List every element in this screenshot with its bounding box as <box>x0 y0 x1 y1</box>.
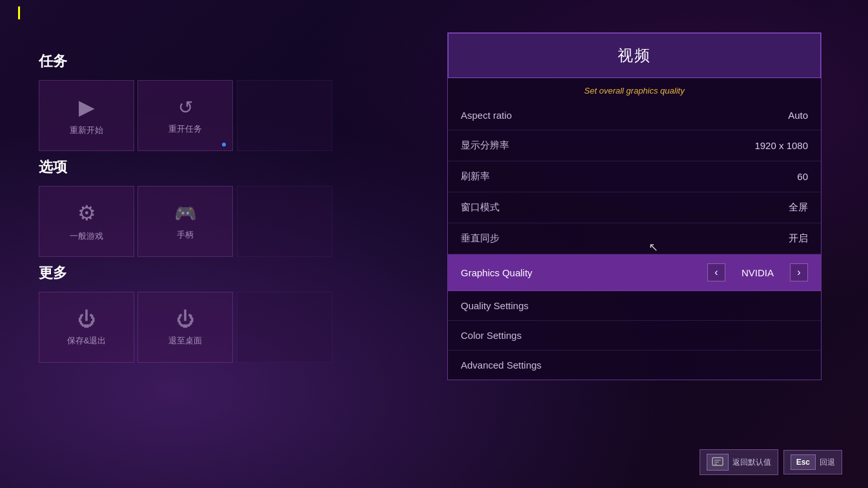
cursor-line <box>18 6 20 19</box>
setting-value-refresh-rate: 60 <box>618 161 821 192</box>
setting-label-aspect-ratio: Aspect ratio <box>448 101 618 130</box>
setting-quality-settings[interactable]: Quality Settings <box>448 291 821 321</box>
panel-title: 视频 <box>460 45 809 66</box>
menu-item-empty2 <box>237 186 332 257</box>
setting-value-graphics-quality: NVIDIA <box>732 267 783 278</box>
controller-icon: 🎮 <box>174 203 197 224</box>
arrow-right-graphics-quality[interactable]: › <box>790 263 808 281</box>
restart-mission-label: 重开任务 <box>168 123 202 135</box>
menu-item-controller[interactable]: 🎮 手柄 <box>137 186 233 257</box>
setting-refresh-rate[interactable]: 刷新率 60 <box>448 161 821 192</box>
controller-label: 手柄 <box>177 229 194 241</box>
setting-value-resolution: 1920 x 1080 <box>618 130 821 161</box>
tasks-grid: ▶ 重新开始 ↺ 重开任务 <box>39 80 336 151</box>
setting-label-vsync: 垂直同步 <box>448 223 618 254</box>
left-panel: 任务 ▶ 重新开始 ↺ 重开任务 选项 ⚙ 一般游戏 🎮 手柄 <box>39 52 413 369</box>
restart-mission-icon: ↺ <box>178 97 193 118</box>
setting-vsync[interactable]: 垂直同步 开启 <box>448 223 821 254</box>
panel-subtitle: Set overall graphics quality <box>448 78 821 101</box>
exit-desktop-icon: ⏻ <box>176 309 194 330</box>
svg-rect-0 <box>712 458 723 465</box>
esc-key: Esc <box>791 454 816 470</box>
setting-value-window-mode: 全屏 <box>618 192 821 223</box>
setting-aspect-ratio[interactable]: Aspect ratio Auto <box>448 101 821 130</box>
setting-graphics-quality[interactable]: Graphics Quality ‹ NVIDIA › <box>448 254 821 291</box>
options-grid: ⚙ 一般游戏 🎮 手柄 <box>39 186 336 257</box>
section-options: 选项 ⚙ 一般游戏 🎮 手柄 <box>39 158 413 257</box>
section-more-title: 更多 <box>39 263 413 283</box>
blue-dot-accent <box>222 143 226 147</box>
reset-label: 返回默认值 <box>732 457 771 468</box>
back-label: 回退 <box>820 457 835 468</box>
menu-item-save-exit[interactable]: ⏻ 保存&退出 <box>39 292 134 363</box>
setting-value-color-settings <box>618 321 821 351</box>
menu-item-exit-desktop[interactable]: ⏻ 退至桌面 <box>137 292 233 363</box>
setting-value-advanced-settings <box>618 351 821 380</box>
setting-label-window-mode: 窗口模式 <box>448 192 618 223</box>
more-grid: ⏻ 保存&退出 ⏻ 退至桌面 <box>39 292 336 363</box>
right-panel: 视频 Set overall graphics quality Aspect r… <box>447 32 822 380</box>
arrow-control-graphics-quality: ‹ NVIDIA › <box>631 263 808 281</box>
setting-label-resolution: 显示分辨率 <box>448 130 618 161</box>
back-button[interactable]: Esc 回退 <box>783 450 842 474</box>
setting-resolution[interactable]: 显示分辨率 1920 x 1080 <box>448 130 821 161</box>
settings-table: Aspect ratio Auto 显示分辨率 1920 x 1080 刷新率 … <box>448 101 821 380</box>
setting-label-refresh-rate: 刷新率 <box>448 161 618 192</box>
bottom-bar: 返回默认值 Esc 回退 <box>700 449 842 475</box>
setting-value-quality-settings <box>618 291 821 321</box>
setting-value-vsync: 开启 <box>618 223 821 254</box>
save-exit-label: 保存&退出 <box>67 335 106 347</box>
panel-header: 视频 <box>448 33 821 78</box>
setting-color-settings[interactable]: Color Settings <box>448 321 821 351</box>
reset-key-icon <box>707 454 729 471</box>
menu-item-empty3 <box>237 292 332 363</box>
reset-defaults-button[interactable]: 返回默认值 <box>700 449 778 475</box>
setting-label-color-settings: Color Settings <box>448 321 618 351</box>
setting-label-advanced-settings: Advanced Settings <box>448 351 618 380</box>
section-tasks-title: 任务 <box>39 52 413 71</box>
setting-control-graphics-quality: ‹ NVIDIA › <box>618 254 821 291</box>
exit-desktop-label: 退至桌面 <box>168 335 202 347</box>
menu-item-empty1 <box>237 80 332 151</box>
setting-window-mode[interactable]: 窗口模式 全屏 <box>448 192 821 223</box>
restart-label: 重新开始 <box>70 125 103 136</box>
menu-item-restart-mission[interactable]: ↺ 重开任务 <box>137 80 233 151</box>
setting-value-aspect-ratio: Auto <box>618 101 821 130</box>
section-more: 更多 ⏻ 保存&退出 ⏻ 退至桌面 <box>39 263 413 363</box>
section-options-title: 选项 <box>39 158 413 177</box>
setting-label-graphics-quality: Graphics Quality <box>448 254 618 291</box>
menu-item-restart[interactable]: ▶ 重新开始 <box>39 80 134 151</box>
restart-icon: ▶ <box>79 95 95 119</box>
section-tasks: 任务 ▶ 重新开始 ↺ 重开任务 <box>39 52 413 151</box>
setting-label-quality-settings: Quality Settings <box>448 291 618 321</box>
gear-icon: ⚙ <box>77 201 96 225</box>
setting-advanced-settings[interactable]: Advanced Settings <box>448 351 821 380</box>
save-exit-icon: ⏻ <box>77 309 96 330</box>
arrow-left-graphics-quality[interactable]: ‹ <box>707 263 725 281</box>
menu-item-general-game[interactable]: ⚙ 一般游戏 <box>39 186 134 257</box>
general-game-label: 一般游戏 <box>70 230 103 242</box>
